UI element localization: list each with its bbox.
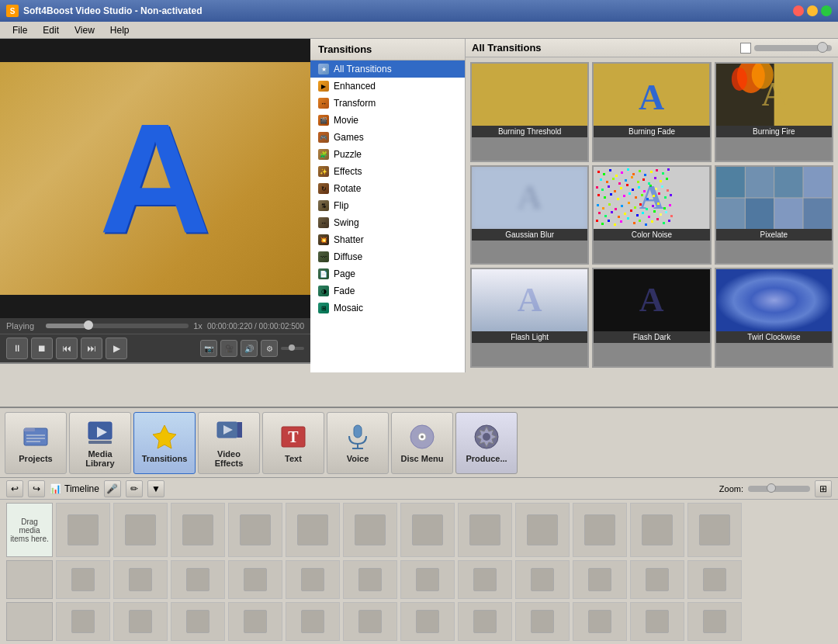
grid-slider-handle[interactable] — [817, 42, 828, 53]
transitions-sidebar-header: Transitions — [310, 39, 465, 61]
trans-item-page[interactable]: 📄 Page — [310, 265, 465, 282]
trans-thumb-flash-light[interactable]: A Flash Light — [470, 268, 589, 368]
voice-button[interactable]: Voice — [327, 412, 389, 474]
text-button[interactable]: T Text — [262, 412, 324, 474]
edit-button[interactable]: ✏ — [126, 480, 143, 497]
redo-button[interactable]: ↪ — [28, 480, 45, 497]
trans-thumb-twirl-clockwise[interactable]: Twirl Clockwise — [715, 268, 833, 368]
trans-label-shatter: Shatter — [334, 234, 364, 245]
app-icon: S — [6, 5, 19, 17]
transitions-list[interactable]: ★ All Transitions ▶ Enhanced ↔ Transform — [310, 61, 465, 372]
trans-item-enhanced[interactable]: ▶ Enhanced — [310, 78, 465, 95]
trans-item-all[interactable]: ★ All Transitions — [310, 61, 465, 78]
svg-rect-32 — [625, 179, 627, 182]
trans-thumb-burning-fire[interactable]: A Burning Fire — [715, 62, 833, 162]
trans-item-games[interactable]: 🎮 Games — [310, 129, 465, 146]
settings-button[interactable]: ⚙ — [261, 340, 278, 357]
timeline-cell-inner-2-2 — [129, 568, 152, 591]
svg-text:T: T — [288, 428, 299, 445]
svg-rect-126 — [26, 438, 45, 439]
trans-thumb-burning-threshold[interactable]: Burning Threshold — [470, 62, 589, 162]
pause-button[interactable]: ⏸ — [6, 338, 28, 359]
volume-button[interactable]: 🔊 — [241, 340, 258, 357]
svg-point-10 — [732, 68, 747, 91]
trans-item-transform[interactable]: ↔ Transform — [310, 95, 465, 112]
grid-size-slider[interactable] — [754, 45, 832, 51]
volume-slider[interactable] — [281, 347, 304, 350]
video-controls-bar: Playing 1x 00:00:00:220 / 00:00:02:500 — [0, 318, 310, 334]
trans-item-mosaic[interactable]: ⊞ Mosaic — [310, 299, 465, 317]
svg-rect-113 — [803, 198, 832, 229]
svg-rect-29 — [606, 181, 608, 183]
zoom-slider-handle[interactable] — [767, 483, 776, 493]
transitions-button[interactable]: Transitions — [133, 412, 196, 474]
svg-rect-39 — [666, 178, 668, 180]
minimize-button[interactable] — [807, 5, 818, 16]
menu-view[interactable]: View — [68, 23, 101, 37]
timeline-drag-label: Drag media items here. — [6, 503, 53, 557]
snapshot-button[interactable]: 📷 — [200, 340, 217, 357]
trans-thumb-pixelate[interactable]: Pixelate — [715, 165, 833, 265]
trans-item-diffuse[interactable]: 〰 Diffuse — [310, 248, 465, 265]
pixelate-preview — [716, 167, 832, 229]
undo-button[interactable]: ↩ — [6, 480, 23, 497]
color-noise-preview: A — [594, 167, 709, 229]
trans-thumb-gaussian-blur[interactable]: A Gaussian Blur — [470, 165, 589, 265]
stop-button[interactable]: ⏹ — [31, 338, 53, 359]
trans-item-shatter[interactable]: 💥 Shatter — [310, 231, 465, 248]
video-effects-button[interactable]: Video Effects — [198, 412, 260, 474]
svg-rect-19 — [621, 171, 623, 174]
svg-rect-1 — [472, 64, 587, 126]
svg-rect-90 — [660, 213, 662, 216]
menu-file[interactable]: File — [6, 23, 33, 37]
grid-checkbox[interactable] — [740, 43, 751, 54]
fit-button[interactable]: ⊞ — [815, 480, 832, 497]
close-button[interactable] — [793, 5, 804, 16]
trans-label-flip: Flip — [334, 200, 348, 211]
svg-rect-107 — [745, 167, 774, 198]
video-progress-bar[interactable] — [46, 324, 189, 328]
trans-item-effects[interactable]: ✨ Effects — [310, 163, 465, 180]
timeline-cell-1-7 — [400, 503, 455, 557]
media-library-button[interactable]: Media Library — [69, 412, 131, 474]
disc-menu-label: Disc Menu — [400, 454, 443, 463]
svg-rect-124 — [24, 428, 35, 431]
trans-thumb-burning-fade[interactable]: A Burning Fade — [592, 62, 711, 162]
timeline-cell-inner-3-12 — [703, 610, 726, 633]
progress-handle[interactable] — [84, 320, 93, 330]
trans-item-swing[interactable]: ↔ Swing — [310, 214, 465, 231]
transitions-icon — [151, 423, 178, 451]
projects-button[interactable]: Projects — [5, 412, 67, 474]
prev-frame-button[interactable]: ⏮ — [56, 338, 78, 359]
microphone-button[interactable]: 🎤 — [104, 480, 121, 497]
bottom-toolbar: Projects Media Library T — [0, 408, 838, 478]
record-button[interactable]: 🎥 — [220, 340, 237, 357]
trans-thumb-flash-dark[interactable]: A Flash Dark — [592, 268, 711, 368]
maximize-button[interactable] — [821, 5, 832, 16]
trans-thumb-color-noise[interactable]: A — [592, 165, 711, 265]
zoom-slider[interactable] — [748, 486, 810, 492]
svg-point-142 — [421, 435, 424, 438]
svg-rect-98 — [627, 217, 629, 220]
svg-rect-46 — [632, 189, 634, 191]
volume-handle[interactable] — [289, 345, 295, 351]
trans-item-puzzle[interactable]: 🧩 Puzzle — [310, 146, 465, 163]
edit-down-button[interactable]: ▼ — [147, 480, 164, 497]
timeline-cell-inner-2-12 — [703, 568, 726, 591]
disc-menu-button[interactable]: Disc Menu — [391, 412, 453, 474]
trans-item-flip[interactable]: ⇅ Flip — [310, 197, 465, 214]
gaussian-blur-label: Gaussian Blur — [472, 229, 587, 241]
trans-item-fade[interactable]: ◑ Fade — [310, 282, 465, 299]
menu-edit[interactable]: Edit — [36, 23, 65, 37]
timeline-cell-3-2 — [113, 602, 168, 641]
forward-button[interactable]: ▶ — [106, 338, 127, 359]
trans-item-rotate[interactable]: ↻ Rotate — [310, 180, 465, 197]
timeline-label-2 — [6, 560, 53, 599]
menu-help[interactable]: Help — [104, 23, 136, 37]
next-frame-button[interactable]: ⏭ — [81, 338, 102, 359]
produce-button[interactable]: Produce... — [455, 412, 518, 474]
trans-item-movie[interactable]: 🎬 Movie — [310, 112, 465, 129]
timeline-cell-inner-1-11 — [642, 514, 673, 545]
svg-rect-68 — [602, 207, 604, 209]
timeline-cell-2-4 — [228, 560, 282, 599]
